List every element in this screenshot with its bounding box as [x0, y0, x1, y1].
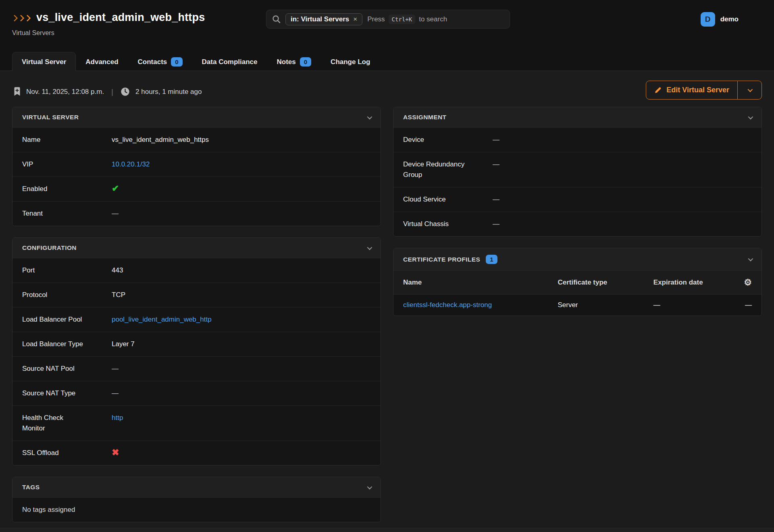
attribute-row: Health Check Monitor http	[12, 405, 381, 441]
health-check-monitor-link[interactable]: http	[112, 413, 371, 434]
virtual-chassis-value: —	[493, 219, 752, 229]
certificate-type-cell: Server	[548, 295, 643, 316]
port-value: 443	[112, 265, 371, 276]
collapse-chevron-icon[interactable]	[748, 114, 753, 119]
assignment-panel-header[interactable]: ASSIGNMENT	[393, 107, 762, 127]
attribute-row: Protocol TCP	[12, 283, 381, 307]
attribute-row: Device Redundancy Group —	[393, 152, 762, 187]
table-config-gear-icon[interactable]: ⚙	[744, 277, 752, 287]
attribute-row: Source NAT Type —	[12, 381, 381, 405]
username: demo	[720, 15, 739, 23]
clock-icon	[121, 87, 130, 96]
footer-strip	[0, 528, 774, 532]
attribute-row: Name vs_live_ident_admin_web_https	[12, 127, 381, 152]
right-column: ASSIGNMENT Device — Device Redundancy Gr…	[393, 107, 762, 327]
attribute-row: VIP 10.0.20.1/32	[12, 152, 381, 177]
attribute-row: Source NAT Pool —	[12, 356, 381, 381]
edit-dropdown-button[interactable]	[738, 81, 762, 100]
keyboard-shortcut: Ctrl+K	[389, 15, 416, 24]
updated-ago: 2 hours, 1 minute ago	[135, 88, 202, 96]
configuration-panel-header[interactable]: CONFIGURATION	[12, 238, 381, 258]
pencil-icon	[654, 86, 662, 94]
device-redundancy-group-value: —	[493, 159, 752, 180]
search-scope-chip[interactable]: in: Virtual Servers ×	[285, 13, 362, 25]
certificate-profiles-table: Name Certificate type Expiration date ⚙ …	[393, 270, 762, 316]
certificate-profile-link[interactable]: clientssl-fedcheck.app-strong	[403, 301, 492, 309]
tags-empty-row: No tags assigned	[12, 497, 381, 522]
tab-bar: Virtual Server Advanced Contacts0 Data C…	[0, 52, 774, 71]
tab-notes[interactable]: Notes0	[267, 52, 321, 71]
table-row: clientssl-fedcheck.app-strong Server — —	[393, 295, 762, 316]
assignment-panel: ASSIGNMENT Device — Device Redundancy Gr…	[393, 107, 762, 237]
notes-count-badge: 0	[300, 57, 311, 66]
collapse-chevron-icon[interactable]	[367, 245, 372, 250]
certificate-profiles-panel: CERTIFICATE PROFILES 1 Name Certificate …	[393, 248, 762, 316]
tab-virtual-server[interactable]: Virtual Server	[12, 52, 76, 71]
expiration-date-cell: —	[644, 295, 732, 316]
cloud-service-value: —	[493, 194, 752, 205]
search-input[interactable]: in: Virtual Servers × Press Ctrl+K to se…	[266, 10, 510, 29]
configuration-panel: CONFIGURATION Port 443 Protocol TCP Load…	[12, 237, 381, 466]
collapse-chevron-icon[interactable]	[748, 256, 753, 262]
tab-contacts[interactable]: Contacts0	[128, 52, 192, 71]
tags-panel-header[interactable]: TAGS	[12, 477, 381, 497]
app-logo[interactable]	[12, 15, 30, 21]
search-hint: Press Ctrl+K to search	[367, 15, 447, 24]
virtual-server-panel: VIRTUAL SERVER Name vs_live_ident_admin_…	[12, 107, 381, 226]
device-value: —	[493, 135, 752, 145]
tags-panel: TAGS No tags assigned	[12, 477, 381, 522]
tab-advanced[interactable]: Advanced	[76, 52, 128, 71]
meta-divider: |	[110, 87, 115, 96]
protocol-value: TCP	[112, 290, 371, 300]
search-icon	[272, 15, 281, 23]
left-column: VIRTUAL SERVER Name vs_live_ident_admin_…	[12, 107, 381, 532]
attribute-row: SSL Offload ✖	[12, 441, 381, 465]
certificate-profiles-panel-header[interactable]: CERTIFICATE PROFILES 1	[393, 248, 762, 270]
no-tags-message: No tags assigned	[22, 505, 371, 515]
main-content: Nov. 11, 2025, 12:08 p.m. | 2 hours, 1 m…	[0, 71, 774, 528]
source-nat-pool-value: —	[112, 364, 371, 374]
tab-change-log[interactable]: Change Log	[321, 52, 380, 71]
user-menu[interactable]: D demo	[701, 12, 739, 27]
attribute-row: Load Balancer Pool pool_live_ident_admin…	[12, 307, 381, 332]
source-nat-type-value: —	[112, 388, 371, 399]
certificate-profiles-count-badge: 1	[486, 255, 497, 264]
attribute-row: Enabled ✔	[12, 177, 381, 201]
check-icon: ✔	[112, 184, 371, 194]
top-bar: vs_live_ident_admin_web_https Virtual Se…	[0, 0, 774, 52]
name-value: vs_live_ident_admin_web_https	[112, 135, 371, 145]
chevron-down-icon	[748, 87, 753, 92]
load-balancer-pool-link[interactable]: pool_live_ident_admin_web_http	[112, 314, 371, 325]
tenant-value: —	[112, 208, 371, 219]
attribute-row: Device —	[393, 127, 762, 152]
page-title: vs_live_ident_admin_web_https	[36, 11, 205, 24]
attribute-row: Port 443	[12, 258, 381, 283]
attribute-row: Virtual Chassis —	[393, 212, 762, 236]
created-timestamp: Nov. 11, 2025, 12:08 p.m.	[26, 88, 104, 96]
attribute-row: Tenant —	[12, 201, 381, 226]
load-balancer-type-value: Layer 7	[112, 339, 371, 349]
contacts-count-badge: 0	[171, 57, 182, 66]
attribute-row: Cloud Service —	[393, 187, 762, 212]
tab-data-compliance[interactable]: Data Compliance	[192, 52, 267, 71]
vip-link[interactable]: 10.0.20.1/32	[112, 159, 371, 170]
bookmark-plus-icon	[14, 87, 21, 96]
search-hint-suffix: to search	[419, 15, 447, 23]
chip-close-icon[interactable]: ×	[353, 15, 357, 23]
table-header-row: Name Certificate type Expiration date ⚙	[393, 271, 762, 295]
attribute-row: Load Balancer Type Layer 7	[12, 332, 381, 356]
virtual-server-panel-header[interactable]: VIRTUAL SERVER	[12, 107, 381, 127]
edit-virtual-server-button[interactable]: Edit Virtual Server	[646, 81, 738, 100]
avatar[interactable]: D	[701, 12, 715, 27]
collapse-chevron-icon[interactable]	[367, 114, 372, 119]
row-extra-cell: —	[732, 295, 762, 316]
edit-button-group: Edit Virtual Server	[646, 81, 762, 100]
search-scope-label: in: Virtual Servers	[291, 15, 349, 23]
collapse-chevron-icon[interactable]	[367, 484, 372, 489]
search-hint-press: Press	[367, 15, 385, 23]
cross-icon: ✖	[112, 448, 371, 458]
